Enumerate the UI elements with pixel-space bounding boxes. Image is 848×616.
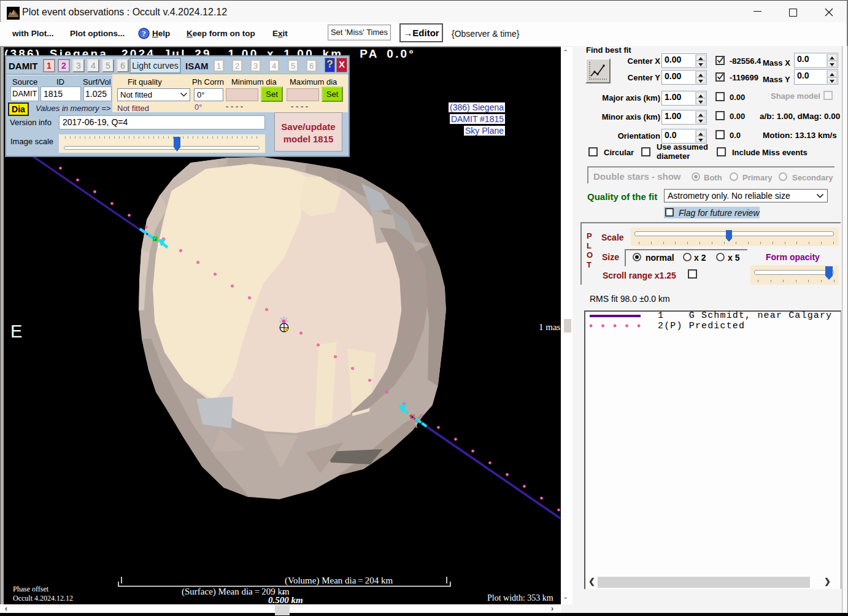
svg-text:?: ? xyxy=(142,29,146,38)
